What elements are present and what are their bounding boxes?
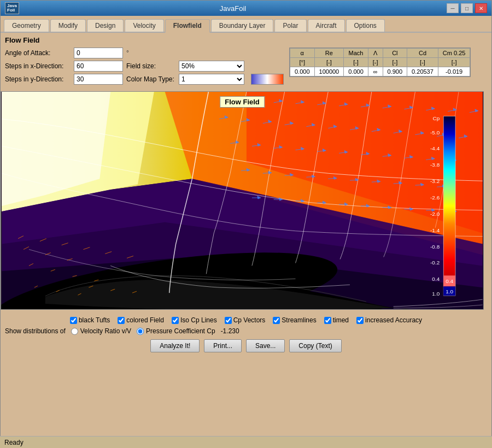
steps-x-input[interactable] [74,61,123,72]
angle-of-attack-row: Angle of Attack: ° [5,48,284,58]
statusbar: Ready [0,436,492,448]
iso-cp-lines-checkbox[interactable] [172,317,179,324]
steps-x-row: Steps in x-Direction: Field size: 50% 25… [5,61,284,72]
radio-velocity-ratio: Velocity Ratio v/V [71,327,131,335]
timed-checkbox[interactable] [324,317,331,324]
steps-y-row: Steps in y-Direction: Color Map Type: 1 … [5,74,284,85]
angle-of-attack-unit: ° [126,49,129,57]
increased-accuracy-label: increased Accuracy [365,316,422,324]
col-sub-cd: [-] [407,58,438,67]
visualization-container: SOFTPEDIA www.softpedia.com Cp -5.0 -4.4… [1,91,484,310]
tab-design[interactable]: Design [87,19,124,32]
field-size-label: Field size: [126,62,175,70]
angle-of-attack-input[interactable] [74,48,123,58]
cp-vectors-checkbox[interactable] [225,317,232,324]
checkbox-colored-field: colored Field [118,316,164,324]
controls-area: Angle of Attack: ° Steps in x-Direction:… [5,48,487,85]
buttons-row: Analyze It! Print... Save... Copy (Text) [5,339,487,352]
angle-of-attack-label: Angle of Attack: [5,49,71,57]
tabs-bar: Geometry Modify Design Velocity Flowfiel… [1,16,491,33]
tab-velocity[interactable]: Velocity [125,19,163,32]
distributions-label: Show distributions of [5,327,66,335]
pressure-coeff-label: Pressure Coefficient Cp [146,327,215,335]
titlebar: JavaFoil JavaFoil ─ □ ✕ [1,1,491,16]
restore-button[interactable]: □ [461,3,473,13]
svg-text:-4.4: -4.4 [430,145,440,151]
cell-cd: 0.20537 [407,67,438,76]
cell-cm: -0.019 [438,67,470,76]
svg-text:0.4: 0.4 [446,278,453,284]
col-header-cd: Cd [407,49,438,58]
copy-text-button[interactable]: Copy (Text) [289,339,341,352]
colored-field-label: colored Field [126,316,164,324]
velocity-ratio-radio[interactable] [71,328,78,335]
col-header-re: Re [314,49,344,58]
steps-y-input[interactable] [74,74,123,85]
left-controls: Angle of Attack: ° Steps in x-Direction:… [5,48,284,85]
print-button[interactable]: Print... [204,339,242,352]
tab-options[interactable]: Options [346,19,385,32]
checkbox-iso-cp-lines: Iso Cp Lines [172,316,217,324]
window-title: JavaFoil [19,4,447,13]
checkboxes-row: black Tufts colored Field Iso Cp Lines C… [5,316,487,324]
svg-text:-0.8: -0.8 [430,244,440,250]
colormap-label: Color Map Type: [126,75,175,83]
minimize-button[interactable]: ─ [447,3,459,13]
steps-y-label: Steps in y-Direction: [5,75,71,83]
streamlines-label: Streamlines [282,316,316,324]
close-button[interactable]: ✕ [475,3,487,13]
analyze-button[interactable]: Analyze It! [150,339,200,352]
svg-text:-1.4: -1.4 [430,227,440,233]
col-header-cm: Cm 0.25 [438,49,470,58]
svg-text:-2.0: -2.0 [430,211,440,217]
tab-flowfield[interactable]: Flowfield [165,19,210,33]
cp-vectors-label: Cp Vectors [233,316,266,324]
pressure-coeff-radio[interactable] [137,328,144,335]
svg-text:-2.6: -2.6 [430,194,440,201]
app-logo: JavaFoil [5,2,19,14]
checkbox-cp-vectors: Cp Vectors [225,316,266,324]
col-header-mach: Mach [344,49,368,58]
black-tufts-label: black Tufts [79,316,110,324]
cell-lambda: ∞ [368,67,383,76]
cell-re: 100000 [314,67,344,76]
svg-rect-141 [443,116,455,296]
svg-text:Cp: Cp [432,115,440,121]
radio-pressure-coeff: Pressure Coefficient Cp [137,327,215,335]
data-table: α Re Mach Λ Cl Cd Cm 0.25 [°] [-] [-] [-… [290,48,470,76]
flow-field-svg: SOFTPEDIA www.softpedia.com Cp -5.0 -4.4… [1,92,483,309]
colormap-select[interactable]: 1 2 3 [179,74,244,85]
main-content: Flow Field Angle of Attack: ° Steps in x… [1,33,491,88]
tab-geometry[interactable]: Geometry [4,19,49,32]
cell-cl: 0.900 [383,67,407,76]
colored-field-checkbox[interactable] [118,317,125,324]
cell-alpha: 0.000 [290,67,315,76]
col-sub-cl: [-] [383,58,407,67]
cell-mach: 0.000 [344,67,368,76]
col-sub-alpha: [°] [290,58,315,67]
distributions-row: Show distributions of Velocity Ratio v/V… [5,327,487,335]
col-sub-lambda: [-] [368,58,383,67]
steps-x-label: Steps in x-Direction: [5,62,71,70]
tab-aircraft[interactable]: Aircraft [308,19,345,32]
window-controls: ─ □ ✕ [447,3,487,13]
streamlines-checkbox[interactable] [273,317,280,324]
col-header-alpha: α [290,49,315,58]
save-button[interactable]: Save... [246,339,285,352]
tab-boundary-layer[interactable]: Boundary Layer [211,19,274,32]
tab-modify[interactable]: Modify [50,19,86,32]
increased-accuracy-checkbox[interactable] [356,317,364,324]
field-size-select[interactable]: 50% 25% 75% 100% [179,61,244,72]
checkbox-streamlines: Streamlines [273,316,316,324]
col-header-cl: Cl [383,49,407,58]
bottom-controls: black Tufts colored Field Iso Cp Lines C… [1,313,491,356]
flow-field-title: Flow Field [220,96,265,108]
svg-text:-5.0: -5.0 [430,129,440,135]
checkbox-timed: timed [324,316,349,324]
cp-value: -1.230 [221,327,239,335]
svg-text:-3.8: -3.8 [430,162,440,168]
black-tufts-checkbox[interactable] [70,317,77,324]
tab-polar[interactable]: Polar [274,19,306,32]
status-text: Ready [4,439,24,446]
col-header-lambda: Λ [368,49,383,58]
